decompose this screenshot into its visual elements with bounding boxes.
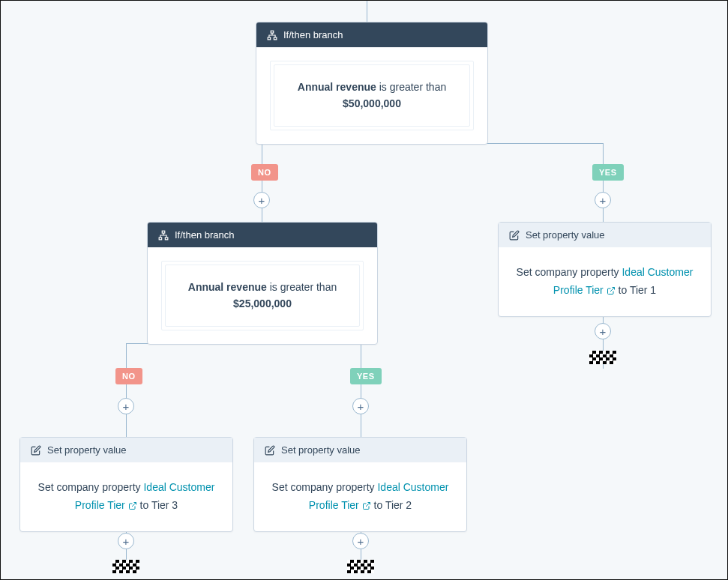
svg-line-7 xyxy=(132,502,136,507)
action-text-value: Tier 2 xyxy=(385,499,412,511)
condition-value: $25,000,000 xyxy=(233,297,292,309)
card-title: Set property value xyxy=(47,444,127,456)
action-text-prefix: Set company property xyxy=(272,481,375,493)
card-title: If/then branch xyxy=(175,229,235,241)
card-title: Set property value xyxy=(281,444,361,456)
action-text-to: to xyxy=(619,284,628,296)
condition-operator: is greater than xyxy=(379,81,447,93)
card-title: If/then branch xyxy=(283,29,343,40)
action-text-prefix: Set company property xyxy=(38,481,141,493)
external-link-icon xyxy=(362,501,371,510)
edit-icon xyxy=(31,445,41,456)
svg-rect-2 xyxy=(274,37,277,39)
card-header: Set property value xyxy=(20,438,232,462)
branch-label-no: NO xyxy=(115,368,142,384)
card-header: If/then branch xyxy=(148,223,377,247)
branch-label-no: NO xyxy=(251,164,278,181)
edit-icon xyxy=(265,445,275,456)
add-action-button[interactable]: + xyxy=(118,533,134,549)
card-header: Set property value xyxy=(499,223,711,247)
if-then-branch-card-1[interactable]: If/then branch Annual revenue is greater… xyxy=(256,22,488,145)
condition-property: Annual revenue xyxy=(298,81,376,93)
set-property-card-tier1[interactable]: Set property value Set company property … xyxy=(498,222,712,317)
workflow-canvas[interactable]: If/then branch Annual revenue is greater… xyxy=(1,1,727,579)
condition-operator: is greater than xyxy=(270,281,337,293)
branch-icon xyxy=(267,30,277,40)
add-action-button[interactable]: + xyxy=(352,533,369,549)
condition-box: Annual revenue is greater than $50,000,0… xyxy=(270,61,474,130)
svg-rect-5 xyxy=(165,237,168,239)
branch-label-yes: YES xyxy=(350,368,382,384)
end-flag xyxy=(112,560,139,573)
card-header: If/then branch xyxy=(256,22,487,47)
svg-rect-1 xyxy=(268,37,271,39)
add-action-button[interactable]: + xyxy=(118,398,134,414)
action-text-to: to xyxy=(140,499,149,511)
action-text-to: to xyxy=(374,499,383,511)
if-then-branch-card-2[interactable]: If/then branch Annual revenue is greater… xyxy=(147,222,378,345)
card-header: Set property value xyxy=(254,438,466,462)
connector-line xyxy=(603,143,604,222)
edit-icon xyxy=(509,230,520,241)
condition-property: Annual revenue xyxy=(188,281,267,293)
action-text-prefix: Set company property xyxy=(517,266,619,278)
connector-line xyxy=(126,343,127,437)
set-property-card-tier2[interactable]: Set property value Set company property … xyxy=(253,437,467,532)
branch-label-yes: YES xyxy=(592,164,624,181)
svg-rect-3 xyxy=(162,231,165,233)
condition-box: Annual revenue is greater than $25,000,0… xyxy=(161,261,364,330)
end-flag xyxy=(347,560,374,573)
external-link-icon xyxy=(128,501,137,510)
svg-rect-4 xyxy=(159,237,162,239)
connector-line xyxy=(367,1,367,22)
add-action-button[interactable]: + xyxy=(595,192,611,208)
add-action-button[interactable]: + xyxy=(352,398,369,414)
action-text-value: Tier 3 xyxy=(151,499,178,511)
card-title: Set property value xyxy=(526,229,605,241)
svg-line-8 xyxy=(366,502,370,507)
connector-line xyxy=(262,143,262,222)
add-action-button[interactable]: + xyxy=(253,192,270,208)
external-link-icon xyxy=(607,286,616,295)
set-property-card-tier3[interactable]: Set property value Set company property … xyxy=(19,437,233,532)
svg-line-6 xyxy=(610,287,615,291)
end-flag xyxy=(589,351,616,364)
connector-line xyxy=(361,343,361,437)
add-action-button[interactable]: + xyxy=(595,323,611,339)
condition-value: $50,000,000 xyxy=(343,97,401,109)
svg-rect-0 xyxy=(271,31,274,33)
branch-icon xyxy=(158,230,169,241)
action-text-value: Tier 1 xyxy=(630,284,656,296)
